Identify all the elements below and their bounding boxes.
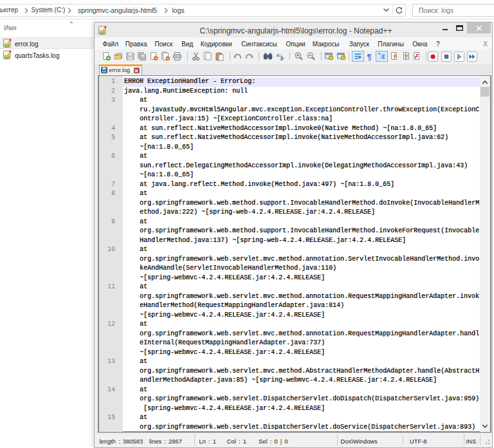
svg-text:a: a [277,51,280,58]
svg-text:¶: ¶ [367,52,371,62]
